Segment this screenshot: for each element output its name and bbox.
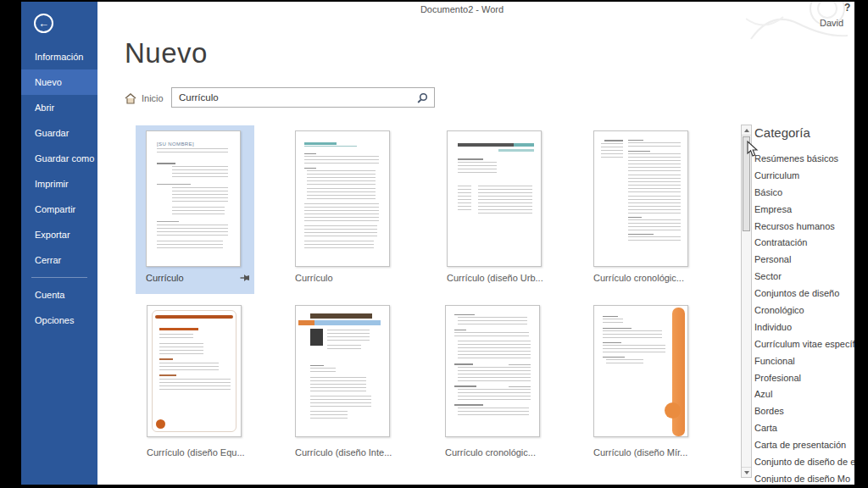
search-input[interactable] xyxy=(179,91,408,104)
template-thumbnail-curriculo-urbano[interactable] xyxy=(447,130,542,267)
template-label[interactable]: Currículo (diseño Equ... xyxy=(147,447,257,458)
thumbnail-art xyxy=(458,143,534,147)
thumbnail-art xyxy=(628,219,681,230)
thumbnail-photo xyxy=(310,329,323,346)
category-item-azul[interactable]: Azul xyxy=(754,386,854,403)
sidebar-item-cuenta[interactable]: Cuenta xyxy=(21,282,97,308)
category-item-cronologico[interactable]: Cronológico xyxy=(754,302,854,319)
home-label: Inicio xyxy=(142,93,164,103)
template-thumbnail-equilibrio[interactable] xyxy=(147,305,242,437)
template-label[interactable]: Currículo (diseño Inte... xyxy=(295,447,405,458)
thumbnail-art xyxy=(454,385,476,387)
template-search-box xyxy=(171,87,435,108)
thumbnail-art xyxy=(310,368,336,372)
thumbnail-art xyxy=(454,404,483,406)
thumbnail-art xyxy=(628,151,650,152)
thumbnail-art xyxy=(628,140,681,241)
thumbnail-art xyxy=(603,330,662,338)
thumbnail-art xyxy=(603,316,618,317)
thumbnail-art xyxy=(159,334,193,338)
sidebar-item-imprimir[interactable]: Imprimir xyxy=(21,171,97,197)
template-label[interactable]: Currículo cronológic... xyxy=(445,447,555,458)
category-item-curriculum[interactable]: Curriculum xyxy=(754,168,854,185)
thumbnail-art xyxy=(454,332,529,336)
sidebar-item-informacion[interactable]: Información xyxy=(21,44,97,69)
thumbnail-art xyxy=(458,186,532,214)
search-home-row[interactable]: Inicio xyxy=(125,88,164,108)
help-icon[interactable]: ? xyxy=(844,2,850,14)
thumbnail-art xyxy=(458,367,531,381)
pin-icon[interactable] xyxy=(240,274,250,283)
template-label[interactable]: Currículo (diseño Mír... xyxy=(593,447,704,458)
category-item-recursos-humanos[interactable]: Recursos humanos xyxy=(754,219,854,236)
scroll-up-button[interactable] xyxy=(742,125,751,136)
signed-in-user[interactable]: David xyxy=(820,18,843,28)
thumbnail-art xyxy=(458,408,529,415)
sidebar-item-cerrar[interactable]: Cerrar xyxy=(21,247,97,273)
category-item-funcional[interactable]: Funcional xyxy=(754,353,854,370)
category-item-bordes[interactable]: Bordes xyxy=(754,403,854,420)
thumbnail-art xyxy=(310,365,324,366)
back-arrow-icon: ← xyxy=(38,17,49,30)
sidebar-item-compartir[interactable]: Compartir xyxy=(21,197,97,222)
thumbnail-art xyxy=(628,236,681,241)
sidebar-item-guardar[interactable]: Guardar xyxy=(21,120,97,146)
back-button[interactable]: ← xyxy=(34,14,53,33)
category-item-carta[interactable]: Carta xyxy=(754,420,854,437)
thumbnail-art xyxy=(157,221,179,222)
category-item-curriculum-vitae-especifico[interactable]: Currículum vitae específ xyxy=(754,336,854,353)
category-item-carta-de-presentacion[interactable]: Carta de presentación xyxy=(754,437,854,454)
scroll-down-button[interactable] xyxy=(742,467,751,477)
category-header: Categoría xyxy=(754,125,810,140)
category-item-profesional[interactable]: Profesional xyxy=(754,370,854,387)
sidebar-item-abrir[interactable]: Abrir xyxy=(21,95,97,120)
thumbnail-art xyxy=(172,207,225,214)
thumbnail-art xyxy=(304,153,316,154)
thumbnail-art xyxy=(454,363,473,365)
scrollbar-thumb[interactable] xyxy=(743,136,750,231)
template-thumbnail-mirador[interactable] xyxy=(593,305,688,437)
category-item-empresa[interactable]: Empresa xyxy=(754,202,854,219)
category-item-contratacion[interactable]: Contratación xyxy=(754,235,854,252)
category-item-resumenes-basicos[interactable]: Resúmenes básicos xyxy=(754,151,854,168)
thumbnail-art xyxy=(665,402,681,419)
template-thumbnail-curriculo-2[interactable] xyxy=(295,130,390,267)
thumbnail-art xyxy=(604,140,623,141)
sidebar-item-nuevo[interactable]: Nuevo xyxy=(21,69,97,95)
thumbnail-art xyxy=(628,234,654,235)
category-item-sector[interactable]: Sector xyxy=(754,269,854,286)
template-label[interactable]: Currículo xyxy=(295,273,405,283)
thumbnail-art xyxy=(157,148,228,152)
thumbnail-art xyxy=(628,153,681,171)
category-item-conjunto-de-diseno-de-e[interactable]: Conjunto de diseño de e xyxy=(754,454,854,471)
thumbnail-art xyxy=(458,143,514,147)
category-item-conjunto-de-diseno-mo[interactable]: Conjunto de diseño Mo xyxy=(754,471,854,483)
category-item-basico[interactable]: Básico xyxy=(754,185,854,202)
template-thumbnail-curriculo[interactable]: [SU NOMBRE] xyxy=(146,130,241,267)
search-icon[interactable] xyxy=(417,92,428,103)
template-label[interactable]: Currículo (diseño Urb... xyxy=(447,273,557,283)
sidebar-item-exportar[interactable]: Exportar xyxy=(21,222,97,247)
backstage-sidebar: ← Información Nuevo Abrir Guardar Guarda… xyxy=(21,2,97,485)
template-thumbnail-cronologico-2[interactable] xyxy=(445,305,540,437)
thumbnail-art xyxy=(159,379,231,390)
category-item-conjuntos-de-diseno[interactable]: Conjuntos de diseño xyxy=(754,286,854,302)
thumbnail-art xyxy=(628,175,681,192)
sidebar-divider xyxy=(31,277,87,278)
category-item-individuo[interactable]: Individuo xyxy=(754,319,854,336)
thumbnail-name-placeholder: [SU NOMBRE] xyxy=(157,141,240,147)
template-thumbnail-integral[interactable] xyxy=(295,305,390,437)
template-thumbnail-curriculo-cronologico[interactable] xyxy=(593,130,688,267)
thumbnail-art xyxy=(628,217,642,218)
category-item-personal[interactable]: Personal xyxy=(754,252,854,269)
sidebar-item-opciones[interactable]: Opciones xyxy=(21,308,97,333)
thumbnail-art xyxy=(310,396,371,407)
chevron-down-icon xyxy=(744,471,749,474)
thumbnail-art xyxy=(509,364,531,365)
template-label[interactable]: Currículo cronológic... xyxy=(593,273,704,283)
category-scrollbar[interactable] xyxy=(741,125,752,478)
window-title: Documento2 - Word xyxy=(377,4,547,14)
thumbnail-art xyxy=(310,377,366,391)
sidebar-item-guardar-como[interactable]: Guardar como xyxy=(21,146,97,171)
thumbnail-art xyxy=(628,140,643,141)
